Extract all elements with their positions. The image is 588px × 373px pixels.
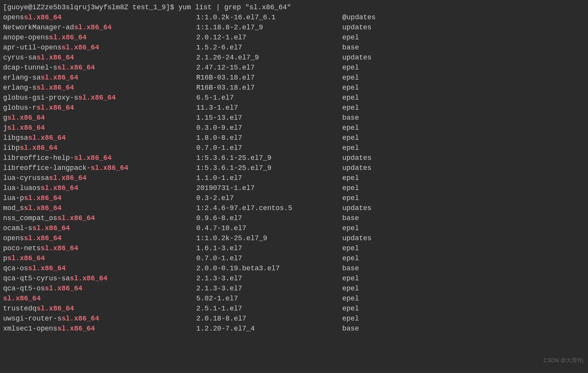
package-version: 11.3-1.el7 xyxy=(196,103,342,113)
package-prefix: j xyxy=(3,124,7,132)
package-row: globus-gsi-proxy-ssl.x86_646.5-1.el7epel xyxy=(3,93,585,103)
package-prefix: globus-gsi-proxy-s xyxy=(3,94,78,102)
package-prefix: qca-os xyxy=(3,264,28,272)
package-prefix: opens xyxy=(3,14,24,21)
grep-highlight: sl.x86_64 xyxy=(24,194,61,202)
package-version: 2.47.12-15.el7 xyxy=(196,63,342,73)
package-version: 20190731-1.el7 xyxy=(196,183,342,193)
package-repo: epel xyxy=(342,133,359,143)
package-version: 1.5.2-6.el7 xyxy=(196,42,342,53)
package-repo: updates xyxy=(342,22,372,32)
package-name: poco-netssl.x86_64 xyxy=(3,243,196,253)
package-name: anope-openssl.x86_64 xyxy=(3,32,196,42)
package-prefix: libgsa xyxy=(3,134,28,142)
package-prefix: nss_compat_os xyxy=(3,214,57,222)
package-prefix: libreoffice-langpack- xyxy=(3,164,91,172)
package-version: R16B-03.18.el7 xyxy=(196,73,342,83)
package-prefix: erlang-s xyxy=(3,84,36,92)
grep-highlight: sl.x86_64 xyxy=(24,14,61,21)
package-prefix: apr-util-opens xyxy=(3,44,61,51)
package-row: poco-netssl.x86_641.6.1-3.el7epel xyxy=(3,243,585,253)
terminal-output[interactable]: openssl.x86_641:1.0.2k-16.el7_6.1@update… xyxy=(3,12,585,334)
package-row: lua-luaossl.x86_6420190731-1.el7epel xyxy=(3,183,585,193)
package-repo: base xyxy=(342,42,359,53)
package-name: trustedqsl.x86_64 xyxy=(3,303,196,314)
package-version: 1.15-13.el7 xyxy=(196,113,342,123)
package-row: globus-rsl.x86_6411.3-1.el7epel xyxy=(3,103,585,113)
grep-highlight: sl.x86_64 xyxy=(70,275,107,282)
package-row: libpsl.x86_640.7.0-1.el7epel xyxy=(3,143,585,153)
package-repo: updates xyxy=(342,233,372,243)
package-repo: epel xyxy=(342,253,359,263)
grep-highlight: sl.x86_64 xyxy=(91,164,128,172)
package-name: lua-cyrussasl.x86_64 xyxy=(3,173,196,183)
package-repo: epel xyxy=(342,193,359,203)
package-name: jsl.x86_64 xyxy=(3,123,196,133)
grep-highlight: sl.x86_64 xyxy=(20,144,57,152)
package-version: 1.8.0-8.el7 xyxy=(196,133,342,143)
package-name: dcap-tunnel-ssl.x86_64 xyxy=(3,63,196,73)
package-repo: base xyxy=(342,324,359,334)
package-name: NetworkManager-adsl.x86_64 xyxy=(3,22,196,32)
grep-highlight: sl.x86_64 xyxy=(3,295,41,302)
package-repo: epel xyxy=(342,63,359,73)
package-version: 1:5.3.6.1-25.el7_9 xyxy=(196,153,342,163)
package-prefix: lua-cyrussa xyxy=(3,174,49,182)
prompt-user-host: [guoye@iZ2ze5b3slqruj3wyfslm8Z test_1_9]… xyxy=(3,3,174,11)
package-repo: @updates xyxy=(342,12,376,22)
package-prefix: xmlsec1-opens xyxy=(3,325,57,332)
grep-highlight: sl.x86_64 xyxy=(7,254,45,262)
package-name: openssl.x86_64 xyxy=(3,233,196,243)
package-row: NetworkManager-adsl.x86_641:1.18.8-2.el7… xyxy=(3,22,585,32)
package-prefix: g xyxy=(3,114,7,122)
grep-highlight: sl.x86_64 xyxy=(57,64,95,71)
package-repo: epel xyxy=(342,32,359,42)
package-name: qca-qt5-cyrus-sasl.x86_64 xyxy=(3,273,196,283)
grep-highlight: sl.x86_64 xyxy=(36,104,74,112)
package-repo: updates xyxy=(342,53,372,63)
package-version: 2.5.1-1.el7 xyxy=(196,303,342,314)
package-repo: base xyxy=(342,213,359,223)
package-prefix: qca-qt5-cyrus-sa xyxy=(3,275,70,282)
package-name: ocaml-ssl.x86_64 xyxy=(3,223,196,233)
grep-highlight: sl.x86_64 xyxy=(49,174,87,182)
package-name: lua-luaossl.x86_64 xyxy=(3,183,196,193)
package-row: lua-psl.x86_640.3-2.el7epel xyxy=(3,193,585,203)
package-version: 0.9.6-8.el7 xyxy=(196,213,342,223)
package-version: 1:2.4.6-97.el7.centos.5 xyxy=(196,203,342,213)
terminal-prompt-line[interactable]: [guoye@iZ2ze5b3slqruj3wyfslm8Z test_1_9]… xyxy=(3,2,585,12)
package-version: 0.3-2.el7 xyxy=(196,193,342,203)
package-version: 1:1.0.2k-16.el7_6.1 xyxy=(196,12,342,22)
package-name: gsl.x86_64 xyxy=(3,113,196,123)
package-repo: epel xyxy=(342,283,359,293)
package-name: libgsasl.x86_64 xyxy=(3,133,196,143)
grep-highlight: sl.x86_64 xyxy=(36,305,74,312)
package-row: trustedqsl.x86_642.5.1-1.el7epel xyxy=(3,303,585,314)
package-prefix: trustedq xyxy=(3,305,36,312)
package-version: 2.1.26-24.el7_9 xyxy=(196,53,342,63)
package-version: 1:5.3.6.1-25.el7_9 xyxy=(196,163,342,173)
package-version: 6.5-1.el7 xyxy=(196,93,342,103)
package-repo: epel xyxy=(342,183,359,193)
package-repo: updates xyxy=(342,163,372,173)
package-name: libpsl.x86_64 xyxy=(3,143,196,153)
package-row: lua-cyrussasl.x86_641.1.0-1.el7epel xyxy=(3,173,585,183)
grep-highlight: sl.x86_64 xyxy=(41,74,78,81)
grep-highlight: sl.x86_64 xyxy=(57,214,95,222)
package-name: erlang-ssl.x86_64 xyxy=(3,83,196,93)
package-version: 1:1.18.8-2.el7_9 xyxy=(196,22,342,32)
package-row: cyrus-sasl.x86_642.1.26-24.el7_9updates xyxy=(3,53,585,63)
package-version: 2.1.3-3.el7 xyxy=(196,283,342,293)
package-repo: epel xyxy=(342,103,359,113)
package-row: mod_ssl.x86_641:2.4.6-97.el7.centos.5upd… xyxy=(3,203,585,213)
package-repo: epel xyxy=(342,83,359,93)
package-version: 1.2.20-7.el7_4 xyxy=(196,324,342,334)
package-prefix: ocaml-s xyxy=(3,224,32,232)
package-repo: epel xyxy=(342,93,359,103)
package-name: globus-gsi-proxy-ssl.x86_64 xyxy=(3,93,196,103)
package-prefix: qca-qt5-os xyxy=(3,285,45,292)
package-row: libreoffice-langpack-sl.x86_641:5.3.6.1-… xyxy=(3,163,585,173)
grep-highlight: sl.x86_64 xyxy=(32,224,70,232)
package-version: 2.0.18-8.el7 xyxy=(196,314,342,324)
package-name: lua-psl.x86_64 xyxy=(3,193,196,203)
